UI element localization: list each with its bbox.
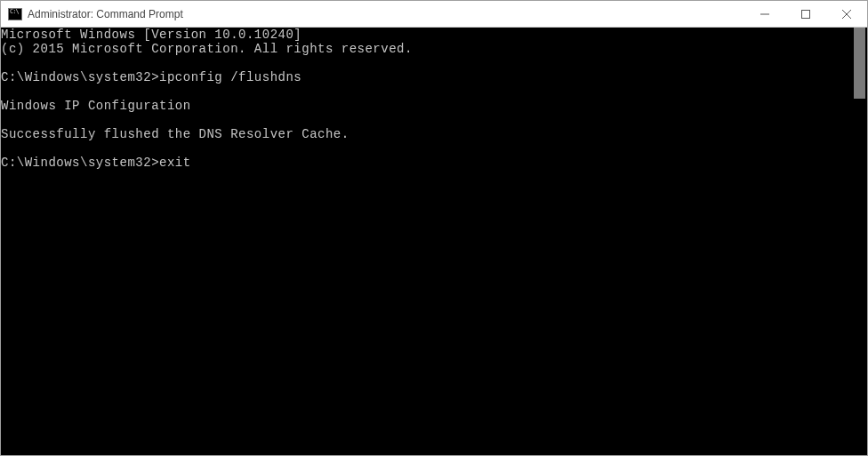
svg-rect-1	[802, 10, 810, 18]
blank-line	[1, 84, 852, 99]
output-line: Windows IP Configuration	[1, 99, 852, 113]
cmd-icon	[8, 7, 22, 21]
window-controls	[744, 1, 867, 27]
maximize-icon	[801, 10, 810, 19]
command-prompt-window: Administrator: Command Prompt Microsoft …	[0, 0, 868, 456]
prompt-path: C:\Windows\system32>	[1, 156, 159, 170]
prompt-line: C:\Windows\system32>ipconfig /flushdns	[1, 70, 852, 84]
scrollbar-thumb[interactable]	[854, 28, 865, 99]
scrollbar-track[interactable]	[852, 28, 867, 455]
blank-line	[1, 113, 852, 127]
minimize-button[interactable]	[744, 1, 785, 27]
banner-line: Microsoft Windows [Version 10.0.10240]	[1, 28, 852, 42]
vertical-scrollbar[interactable]	[852, 28, 867, 455]
prompt-line: C:\Windows\system32>exit	[1, 156, 852, 170]
typed-command: exit	[159, 156, 191, 170]
maximize-button[interactable]	[785, 1, 826, 27]
banner-line: (c) 2015 Microsoft Corporation. All righ…	[1, 42, 852, 56]
prompt-path: C:\Windows\system32>	[1, 70, 159, 84]
client-area: Microsoft Windows [Version 10.0.10240](c…	[1, 28, 867, 455]
typed-command: ipconfig /flushdns	[159, 70, 301, 84]
titlebar[interactable]: Administrator: Command Prompt	[1, 1, 867, 28]
blank-line	[1, 141, 852, 156]
blank-line	[1, 56, 852, 70]
terminal-output[interactable]: Microsoft Windows [Version 10.0.10240](c…	[1, 28, 852, 455]
close-button[interactable]	[826, 1, 867, 27]
minimize-icon	[760, 10, 769, 19]
output-line: Successfully flushed the DNS Resolver Ca…	[1, 127, 852, 141]
window-title: Administrator: Command Prompt	[28, 8, 744, 20]
close-icon	[842, 10, 851, 19]
